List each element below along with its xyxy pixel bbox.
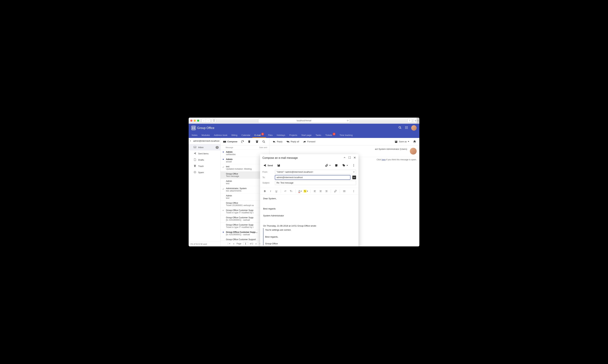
- underline-button[interactable]: U: [274, 189, 279, 194]
- svg-line-1: [401, 128, 401, 129]
- page-next[interactable]: ▸: [255, 242, 257, 246]
- font-size-button[interactable]: тT: [283, 189, 288, 194]
- tab-projects[interactable]: Projects: [287, 132, 299, 138]
- link-button[interactable]: [333, 189, 338, 194]
- from-select[interactable]: "Admin" <admin@intermesh.localhost>: [275, 170, 356, 174]
- list-button[interactable]: [342, 189, 347, 194]
- svg-point-47: [343, 190, 344, 191]
- svg-point-2: [405, 126, 406, 127]
- window-minimize[interactable]: [194, 120, 196, 122]
- page-prev[interactable]: ◂: [232, 242, 235, 246]
- compose-more-button[interactable]: [351, 163, 357, 168]
- window-zoom[interactable]: [197, 120, 199, 122]
- svg-point-31: [343, 165, 344, 165]
- tab-billing[interactable]: Billing: [230, 132, 239, 138]
- new-tab[interactable]: +: [417, 117, 419, 124]
- reader-from: act System Administrator (Users): [272, 148, 408, 150]
- attach-button[interactable]: [323, 163, 332, 168]
- from-label: From:: [263, 171, 274, 173]
- folder-drafts[interactable]: Drafts: [189, 157, 220, 163]
- folder-inbox[interactable]: Inbox5: [189, 144, 220, 150]
- folder-sidebar: ▼ admin@intermesh.localhost Inbox5Sent i…: [189, 138, 221, 247]
- apps-icon[interactable]: [405, 126, 408, 130]
- close-icon[interactable]: [353, 156, 356, 160]
- italic-button[interactable]: I: [268, 189, 273, 194]
- svg-point-8: [405, 128, 406, 129]
- app-header: Group Office: [189, 124, 419, 132]
- share-icon[interactable]: ⇪: [407, 119, 412, 123]
- format-toolbar: B I U тT Tт A ✎: [260, 188, 359, 195]
- sender-avatar[interactable]: [410, 148, 417, 155]
- tag-button[interactable]: [341, 163, 349, 168]
- highlight-button[interactable]: ✎: [304, 189, 308, 194]
- subject-input[interactable]: [275, 181, 356, 185]
- user-avatar[interactable]: [411, 125, 417, 131]
- sidebar-toggle[interactable]: ☰: [212, 119, 216, 123]
- reply-all-button[interactable]: Reply all: [285, 139, 300, 144]
- tab-calendar[interactable]: Calendar: [239, 132, 252, 138]
- save-draft-button[interactable]: [276, 163, 282, 168]
- folder-spam[interactable]: Spam: [189, 169, 220, 176]
- svg-rect-30: [337, 165, 338, 166]
- svg-point-3: [406, 126, 407, 127]
- expand-recipients-button[interactable]: •••: [352, 176, 356, 179]
- tab-e-mail[interactable]: E-mail6: [252, 132, 266, 138]
- svg-point-6: [406, 127, 407, 128]
- nav-forward[interactable]: ›: [206, 119, 210, 123]
- save-as-button[interactable]: Save as: [393, 139, 411, 144]
- compose-button[interactable]: Compose: [221, 139, 239, 144]
- search-button[interactable]: [261, 139, 267, 144]
- page-input[interactable]: [243, 242, 248, 245]
- delete-button[interactable]: [246, 139, 252, 144]
- tab-address-book[interactable]: Address book: [212, 132, 230, 138]
- align-left-button[interactable]: [313, 189, 317, 194]
- bold-button[interactable]: B: [263, 189, 267, 194]
- svg-point-51: [354, 191, 354, 192]
- tab-holidays[interactable]: Holidays: [275, 132, 287, 138]
- window-close[interactable]: [190, 120, 192, 122]
- svg-point-52: [354, 192, 354, 192]
- folder-trash[interactable]: Trash: [189, 163, 220, 169]
- send-button[interactable]: Send: [262, 163, 274, 168]
- fullscreen-icon[interactable]: [348, 156, 351, 160]
- svg-point-7: [407, 127, 408, 128]
- browser-titlebar: ‹ › ☰ localhost/#email ⟳ ⇪ ⧉ +: [189, 117, 419, 124]
- tab-start-page[interactable]: Start page: [299, 132, 314, 138]
- compose-body[interactable]: Dear System, Best regards System Adminis…: [260, 195, 359, 247]
- account-header[interactable]: ▼ admin@intermesh.localhost: [189, 138, 220, 144]
- tab-notes[interactable]: Notes: [190, 132, 199, 138]
- text-color-button[interactable]: A: [298, 189, 303, 194]
- tab-tasks[interactable]: Tasks: [314, 132, 323, 138]
- align-center-button[interactable]: [318, 189, 323, 194]
- svg-rect-28: [278, 164, 279, 165]
- text-case-button[interactable]: Tт: [289, 189, 293, 194]
- spam-link[interactable]: here: [382, 158, 386, 161]
- refresh-button[interactable]: [239, 139, 246, 144]
- archive-button[interactable]: [254, 139, 260, 144]
- page-first[interactable]: ｜◂: [226, 241, 231, 246]
- collapse-icon[interactable]: [343, 156, 346, 160]
- svg-rect-16: [256, 141, 258, 143]
- format-more-button[interactable]: [351, 189, 356, 194]
- url-bar[interactable]: localhost/#email ⟳: [258, 119, 350, 123]
- print-button[interactable]: [412, 139, 418, 144]
- nav-back[interactable]: ‹: [202, 119, 206, 123]
- svg-point-32: [353, 164, 354, 165]
- reply-button[interactable]: Reply: [271, 139, 284, 144]
- addressbook-button[interactable]: [333, 163, 339, 168]
- tab-tickets[interactable]: Tickets3: [323, 132, 337, 138]
- svg-rect-22: [395, 141, 397, 141]
- tab-time-tracking[interactable]: Time tracking: [337, 132, 355, 138]
- to-input[interactable]: [275, 175, 350, 180]
- tab-files[interactable]: Files: [266, 132, 275, 138]
- tab-modules[interactable]: Modules: [199, 132, 212, 138]
- svg-point-5: [405, 127, 406, 128]
- app-logo[interactable]: Group Office: [191, 126, 214, 130]
- app-name: Group Office: [197, 126, 214, 130]
- search-icon[interactable]: [398, 126, 402, 130]
- forward-button[interactable]: Forward: [302, 139, 317, 144]
- svg-point-33: [353, 165, 354, 166]
- align-right-button[interactable]: [324, 189, 329, 194]
- folder-sent-items[interactable]: Sent items: [189, 150, 220, 157]
- reload-icon[interactable]: ⟳: [347, 119, 349, 122]
